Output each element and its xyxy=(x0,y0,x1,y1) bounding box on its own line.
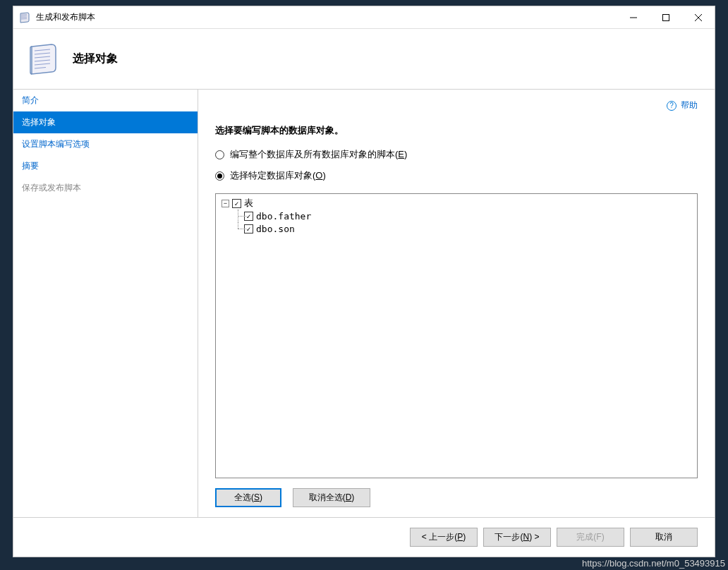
selection-buttons: 全选(S) 取消全选(D) xyxy=(215,488,698,507)
tree-node-tables[interactable]: − 表 xyxy=(219,197,694,210)
help-row: ? 帮助 xyxy=(215,99,698,111)
radio-all-database[interactable]: 编写整个数据库及所有数据库对象的脚本(E) xyxy=(215,148,698,161)
tree-node-child[interactable]: dbo.son xyxy=(219,222,694,235)
tree-label: 表 xyxy=(244,197,253,210)
finish-button: 完成(F) xyxy=(557,528,624,547)
tree-checkbox[interactable] xyxy=(232,199,241,208)
tree-label: dbo.son xyxy=(256,224,295,234)
radio-label: 选择特定数据库对象(O) xyxy=(230,169,326,182)
radio-specific-objects[interactable]: 选择特定数据库对象(O) xyxy=(215,169,698,182)
radio-circle-icon xyxy=(215,171,224,181)
titlebar-controls xyxy=(617,7,715,28)
tree-label: dbo.father xyxy=(256,211,311,222)
watermark: https://blog.csdn.net/m0_53493915 xyxy=(582,558,725,569)
prev-button[interactable]: < 上一步(P) xyxy=(410,528,478,547)
sidebar-item-save-publish[interactable]: 保存或发布脚本 xyxy=(13,177,198,199)
object-tree[interactable]: − 表 dbo.father dbo.son xyxy=(215,193,698,478)
main-panel: ? 帮助 选择要编写脚本的数据库对象。 编写整个数据库及所有数据库对象的脚本(E… xyxy=(198,90,715,517)
dialog-window: 生成和发布脚本 选择对象 简介 选择对象 设置脚本编写选项 xyxy=(13,6,715,557)
app-icon xyxy=(19,12,30,23)
sidebar-item-summary[interactable]: 摘要 xyxy=(13,155,198,177)
sidebar-item-intro[interactable]: 简介 xyxy=(13,90,198,111)
titlebar: 生成和发布脚本 xyxy=(13,6,715,29)
header-section: 选择对象 xyxy=(13,29,715,90)
sidebar-item-select-objects[interactable]: 选择对象 xyxy=(13,111,198,133)
section-heading: 选择要编写脚本的数据库对象。 xyxy=(215,124,698,137)
radio-circle-icon xyxy=(215,150,224,159)
sidebar-item-script-options[interactable]: 设置脚本编写选项 xyxy=(13,133,198,155)
radio-label: 编写整个数据库及所有数据库对象的脚本(E) xyxy=(230,148,407,161)
svg-rect-1 xyxy=(663,14,669,20)
window-title: 生成和发布脚本 xyxy=(36,11,617,23)
body-section: 简介 选择对象 设置脚本编写选项 摘要 保存或发布脚本 ? 帮助 选择要编写脚本… xyxy=(13,90,715,517)
next-button[interactable]: 下一步(N) > xyxy=(483,528,551,547)
cancel-button[interactable]: 取消 xyxy=(630,528,698,547)
page-title: 选择对象 xyxy=(73,51,118,66)
maximize-button[interactable] xyxy=(650,7,682,28)
close-button[interactable] xyxy=(682,7,715,28)
sidebar: 简介 选择对象 设置脚本编写选项 摘要 保存或发布脚本 xyxy=(13,90,198,517)
deselect-all-button[interactable]: 取消全选(D) xyxy=(293,488,370,507)
help-link[interactable]: 帮助 xyxy=(681,99,698,111)
script-icon xyxy=(26,42,60,76)
select-all-button[interactable]: 全选(S) xyxy=(215,488,281,507)
help-icon: ? xyxy=(667,101,677,111)
tree-node-child[interactable]: dbo.father xyxy=(219,210,694,222)
collapse-icon[interactable]: − xyxy=(222,200,229,207)
footer-buttons: < 上一步(P) 下一步(N) > 完成(F) 取消 xyxy=(13,517,715,557)
minimize-button[interactable] xyxy=(617,7,650,28)
